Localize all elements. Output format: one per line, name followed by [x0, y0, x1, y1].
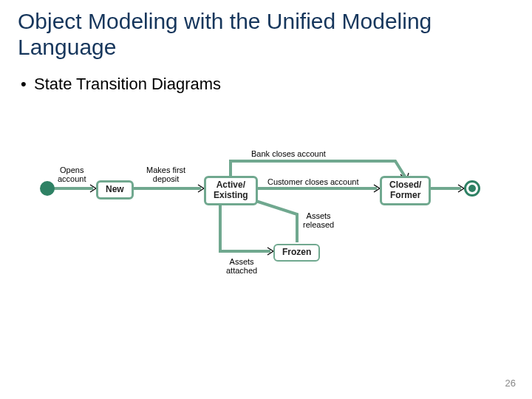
slide-title: Object Modeling with the Unified Modelin… [0, 0, 532, 64]
final-state-icon [464, 180, 480, 197]
state-active-label-2: Existing [214, 190, 248, 200]
transition-opens-account: Opens account [58, 166, 86, 183]
state-closed-label-1: Closed/ [389, 180, 421, 190]
state-new-label: New [106, 184, 124, 194]
transition-customer-closes: Customer closes account [267, 177, 359, 186]
initial-state-icon [40, 181, 55, 196]
bullet-dot: • [21, 75, 34, 94]
page-number: 26 [505, 378, 516, 389]
state-new: New [96, 180, 134, 200]
label-line: Makes first [146, 166, 185, 174]
bullet-text: State Transition Diagrams [34, 75, 221, 93]
label-line: deposit [153, 174, 179, 183]
label-line: Opens [60, 166, 83, 174]
label-line: released [303, 220, 334, 229]
state-closed: Closed/ Former [380, 176, 431, 205]
label-line: Customer closes account [267, 177, 359, 186]
transition-bank-closes: Bank closes account [251, 149, 326, 158]
label-line: account [58, 174, 86, 183]
transition-makes-first-deposit: Makes first deposit [146, 166, 185, 183]
diagram-connectors [37, 148, 495, 296]
label-line: Bank closes account [251, 149, 326, 158]
label-line: Assets [307, 211, 331, 220]
state-frozen: Frozen [273, 244, 320, 262]
label-line: attached [226, 266, 257, 275]
state-frozen-label: Frozen [282, 247, 311, 257]
state-transition-diagram: New Active/ Existing Frozen Closed/ Form… [37, 148, 495, 296]
bullet-item: •State Transition Diagrams [0, 64, 532, 94]
state-active-label-1: Active/ [216, 180, 245, 190]
transition-assets-attached: Assets attached [226, 257, 257, 275]
state-closed-label-2: Former [390, 190, 420, 200]
transition-assets-released: Assets released [303, 211, 334, 229]
label-line: Assets [230, 257, 254, 266]
state-active: Active/ Existing [204, 176, 258, 205]
